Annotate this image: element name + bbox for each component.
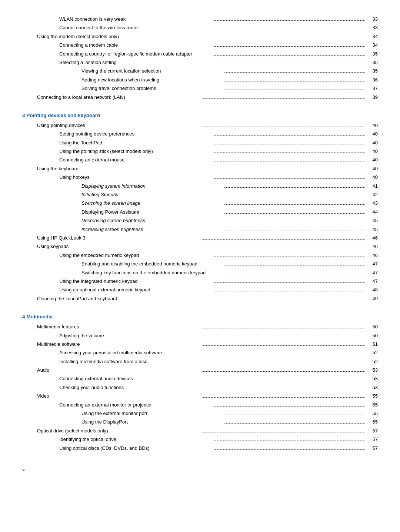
toc-page: WLAN connection is very weak33Cannot con… [22, 15, 378, 472]
section-header-section4: 4Multimedia [22, 314, 378, 319]
toc-entry-text: Setting pointing device preferences [59, 130, 211, 138]
toc-entry: Viewing the current location selection35 [22, 67, 378, 75]
toc-entry-text: Using the DisplayPort [81, 418, 223, 426]
toc-dots [202, 127, 365, 127]
toc-entry: Using the external monitor port55 [22, 409, 378, 418]
toc-page-number: 40 [367, 138, 378, 147]
toc-entry-text: Using the external monitor port [81, 409, 223, 418]
toc-dots [213, 161, 365, 161]
toc-entry: Connecting a country- or region-specific… [22, 50, 378, 58]
toc-page-number: 46 [367, 251, 378, 260]
toc-page-number: 33 [367, 15, 378, 23]
toc-entry-text: Using keypads [37, 242, 200, 251]
toc-entry: Optical drive (select models only)57 [22, 426, 378, 435]
toc-dots [224, 187, 365, 188]
toc-dots [202, 248, 365, 248]
toc-page-number: 34 [367, 32, 378, 41]
toc-entry: Initiating Standby42 [22, 190, 378, 199]
toc-page-number: 35 [367, 58, 378, 67]
toc-entry: Connecting an external mouse40 [22, 155, 378, 164]
toc-entry: Using the integrated numeric keypad47 [22, 277, 378, 285]
toc-page-number: 57 [367, 444, 378, 452]
toc-page-number: 50 [367, 322, 378, 331]
toc-dots [224, 222, 365, 222]
toc-page-number: 48 [367, 285, 378, 294]
toc-dots [213, 257, 365, 257]
toc-entry: Using the modem (select models only)34 [22, 32, 378, 41]
toc-page-number: 52 [367, 357, 378, 366]
toc-entry-text: Using pointing devices [37, 121, 200, 130]
toc-dots [213, 363, 365, 363]
toc-page-number: 51 [367, 340, 378, 348]
toc-dots [202, 239, 365, 240]
toc-page-number: 35 [367, 67, 378, 75]
toc-entry-text: Connecting an external mouse [59, 155, 211, 164]
toc-entry-text: Using the pointing stick (select models … [59, 147, 211, 155]
toc-entry: Enabling and disabling the embedded nume… [22, 260, 378, 268]
section-title: Multimedia [27, 314, 53, 319]
toc-entry-text: Multimedia software [37, 340, 200, 348]
toc-entry-text: Using HP QuickLook 3 [37, 234, 200, 242]
toc-dots [202, 328, 365, 328]
toc-dots [202, 397, 365, 398]
toc-entry: Adjusting the volume50 [22, 331, 378, 340]
toc-entry: Solving travel connection problems37 [22, 84, 378, 93]
toc-page-number: 40 [367, 173, 378, 181]
page-footer: vi [22, 464, 378, 472]
toc-dots [213, 449, 365, 450]
toc-entry: Checking your audio functions53 [22, 383, 378, 392]
toc-entry: Using the keyboard40 [22, 164, 378, 173]
toc-dots [213, 178, 365, 179]
toc-entry-text: Using the keyboard [37, 164, 200, 173]
toc-entry: Switching key functions on the embedded … [22, 268, 378, 277]
toc-section-section3: 3Pointing devices and keyboardUsing poin… [22, 113, 378, 303]
toc-entry: Audio53 [22, 366, 378, 374]
toc-entry-text: Identifying the optical drive [59, 435, 211, 444]
toc-page-number: 53 [367, 374, 378, 383]
toc-entry-text: Using the modem (select models only) [37, 32, 200, 41]
toc-page-number: 55 [367, 409, 378, 418]
toc-dots [213, 64, 365, 64]
toc-entry: Switching the screen image43 [22, 199, 378, 207]
toc-entry-text: Using optical discs (CDs, DVDs, and BDs) [59, 444, 211, 452]
toc-dots [224, 196, 365, 196]
toc-dots [224, 81, 365, 81]
toc-page-number: 39 [367, 93, 378, 101]
toc-entry: Accessing your preinstalled multimedia s… [22, 348, 378, 357]
toc-page-number: 46 [367, 234, 378, 242]
section-header-section3: 3Pointing devices and keyboard [22, 113, 378, 118]
toc-page-number: 47 [367, 277, 378, 285]
toc-entry-text: Solving travel connection problems [81, 84, 223, 93]
toc-entry: Using HP QuickLook 346 [22, 234, 378, 242]
toc-dots [202, 345, 365, 346]
toc-dots [213, 291, 365, 291]
toc-page-number: 44 [367, 208, 378, 216]
toc-entry: Using the pointing stick (select models … [22, 147, 378, 155]
toc-page-number: 33 [367, 23, 378, 32]
toc-dots [202, 98, 365, 99]
toc-entry: WLAN connection is very weak33 [22, 15, 378, 23]
toc-page-number: 47 [367, 260, 378, 268]
toc-dots [224, 90, 365, 90]
section-number: 3 [22, 113, 25, 118]
toc-page-number: 55 [367, 401, 378, 409]
toc-page-number: 50 [367, 331, 378, 340]
toc-entry-text: Installing multimedia software from a di… [59, 357, 211, 366]
toc-dots [224, 423, 365, 424]
toc-entry: Connecting a modem cable34 [22, 41, 378, 49]
toc-page-number: 52 [367, 348, 378, 357]
toc-page-number: 41 [367, 182, 378, 190]
toc-page-number: 53 [367, 366, 378, 374]
toc-entry-text: Connecting a modem cable [59, 41, 211, 49]
toc-entry: Connecting external audio devices53 [22, 374, 378, 383]
toc-entry-text: Audio [37, 366, 200, 374]
toc-page-number: 49 [367, 294, 378, 303]
toc-page-number: 37 [367, 84, 378, 93]
toc-entry: Identifying the optical drive57 [22, 435, 378, 444]
toc-dots [224, 72, 365, 73]
toc-entry: Using the DisplayPort55 [22, 418, 378, 426]
toc-section-top-continuation: WLAN connection is very weak33Cannot con… [22, 15, 378, 101]
toc-entry-text: Using the TouchPad [59, 138, 211, 147]
toc-dots [213, 380, 365, 380]
toc-dots [213, 389, 365, 389]
